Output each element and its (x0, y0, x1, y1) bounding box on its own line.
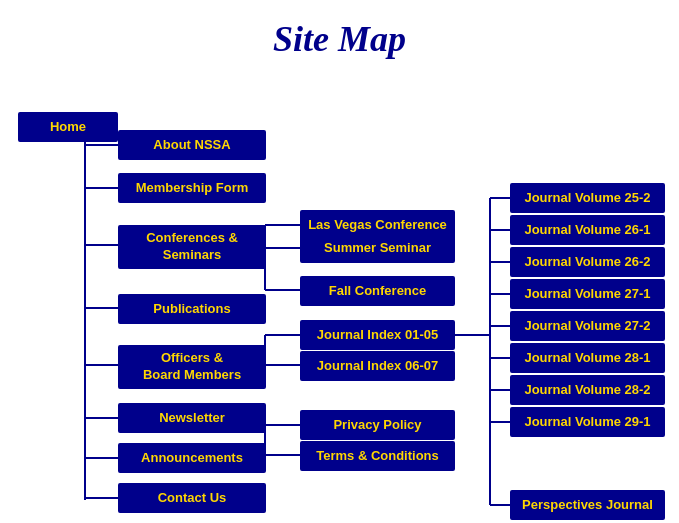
membership-node[interactable]: Membership Form (118, 173, 266, 203)
about-node[interactable]: About NSSA (118, 130, 266, 160)
officers-node[interactable]: Officers &Board Members (118, 345, 266, 389)
contact-node[interactable]: Contact Us (118, 483, 266, 513)
home-node[interactable]: Home (18, 112, 118, 142)
fall-node[interactable]: Fall Conference (300, 276, 455, 306)
vol27-2-node[interactable]: Journal Volume 27-2 (510, 311, 665, 341)
vol28-1-node[interactable]: Journal Volume 28-1 (510, 343, 665, 373)
summer-node[interactable]: Summer Seminar (300, 233, 455, 263)
terms-node[interactable]: Terms & Conditions (300, 441, 455, 471)
journal-index2-node[interactable]: Journal Index 06-07 (300, 351, 455, 381)
vol28-2-node[interactable]: Journal Volume 28-2 (510, 375, 665, 405)
conferences-node[interactable]: Conferences &Seminars (118, 225, 266, 269)
publications-node[interactable]: Publications (118, 294, 266, 324)
vol26-2-node[interactable]: Journal Volume 26-2 (510, 247, 665, 277)
privacy-node[interactable]: Privacy Policy (300, 410, 455, 440)
page-title: Site Map (0, 0, 679, 70)
announcements-node[interactable]: Announcements (118, 443, 266, 473)
vol26-1-node[interactable]: Journal Volume 26-1 (510, 215, 665, 245)
newsletter-node[interactable]: Newsletter (118, 403, 266, 433)
vol27-1-node[interactable]: Journal Volume 27-1 (510, 279, 665, 309)
vol25-2-node[interactable]: Journal Volume 25-2 (510, 183, 665, 213)
journal-index1-node[interactable]: Journal Index 01-05 (300, 320, 455, 350)
vol29-1-node[interactable]: Journal Volume 29-1 (510, 407, 665, 437)
perspectives-node[interactable]: Perspectives Journal (510, 490, 665, 520)
